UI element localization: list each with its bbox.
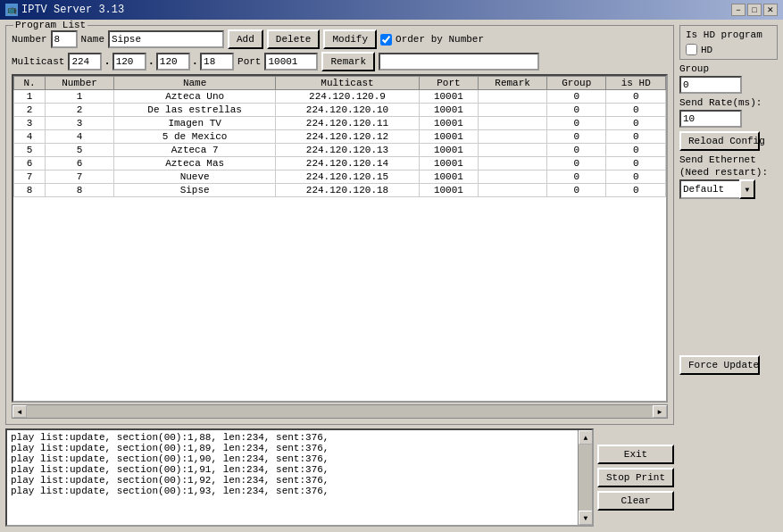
cell-n: 3: [14, 117, 46, 130]
cell-number: 8: [46, 184, 114, 197]
cell-name: Nueve: [113, 170, 275, 184]
cell-remark: [479, 157, 547, 170]
send-ethernet-section: Send Ethernet (Need restart): Default ▼: [679, 154, 778, 199]
remark-input[interactable]: [379, 53, 539, 71]
group-section: Group: [679, 63, 778, 94]
port-input[interactable]: [264, 53, 318, 71]
cell-group: 0: [547, 117, 606, 130]
cell-group: 0: [547, 157, 606, 170]
table-row[interactable]: 22De las estrellas224.120.120.101000100: [14, 104, 666, 117]
log-line: play list:update, section(00):1,88, len:…: [11, 432, 588, 443]
col-number: Number: [46, 77, 114, 90]
send-rate-input[interactable]: [679, 110, 742, 128]
cell-name: Sipse: [113, 184, 275, 197]
col-ishd: is HD: [606, 77, 666, 90]
cell-number: 3: [46, 117, 114, 130]
add-button[interactable]: Add: [228, 29, 263, 49]
log-scroll-down[interactable]: ▼: [579, 511, 593, 525]
group-input[interactable]: [679, 76, 742, 94]
cell-port: 10001: [419, 144, 478, 157]
col-n: N.: [14, 77, 46, 90]
port-label: Port: [237, 56, 261, 67]
cell-n: 5: [14, 144, 46, 157]
cell-number: 7: [46, 170, 114, 184]
multicast-4[interactable]: [200, 53, 234, 71]
col-multicast: Multicast: [276, 77, 419, 90]
clear-button[interactable]: Clear: [597, 491, 674, 511]
title-bar: 📺 IPTV Server 3.13 − □ ✕: [0, 0, 783, 20]
minimize-button[interactable]: −: [731, 4, 746, 16]
log-scroll-up[interactable]: ▲: [579, 430, 593, 445]
app-title: IPTV Server 3.13: [21, 4, 124, 16]
send-rate-label: Send Rate(ms):: [679, 97, 778, 108]
cell-n: 1: [14, 90, 46, 104]
cell-remark: [479, 170, 547, 184]
app-icon: 📺: [5, 4, 18, 16]
cell-group: 0: [547, 90, 606, 104]
cell-group: 0: [547, 130, 606, 144]
cell-name: Imagen TV: [113, 117, 275, 130]
cell-n: 7: [14, 170, 46, 184]
col-group: Group: [547, 77, 606, 90]
cell-isHD: 0: [606, 104, 666, 117]
log-scrollbar[interactable]: ▲ ▼: [578, 430, 592, 525]
send-ethernet-label: Send Ethernet: [679, 154, 778, 165]
cell-multicast: 224.120.120.14: [276, 157, 419, 170]
multicast-label: Multicast: [12, 56, 64, 67]
cell-remark: [479, 144, 547, 157]
scroll-right-arrow[interactable]: ►: [653, 405, 667, 418]
multicast-1[interactable]: [68, 53, 102, 71]
multicast-3[interactable]: [156, 53, 190, 71]
log-line: play list:update, section(00):1,93, len:…: [11, 486, 588, 496]
cell-multicast: 224.120.120.10: [276, 104, 419, 117]
table-row[interactable]: 11Azteca Uno224.120.120.91000100: [14, 90, 666, 104]
stop-print-button[interactable]: Stop Print: [597, 468, 674, 487]
number-label: Number: [12, 34, 47, 45]
delete-button[interactable]: Delete: [267, 29, 321, 49]
table-row[interactable]: 55Azteca 7224.120.120.131000100: [14, 144, 666, 157]
hd-checkbox-label: HD: [686, 44, 771, 55]
reload-config-button[interactable]: Reload Config: [679, 131, 760, 151]
close-button[interactable]: ✕: [763, 4, 778, 16]
cell-remark: [479, 117, 547, 130]
is-hd-label: Is HD program: [686, 29, 771, 40]
multicast-group: . . .: [68, 53, 234, 71]
maximize-button[interactable]: □: [747, 4, 762, 16]
order-by-number-checkbox[interactable]: [380, 34, 392, 46]
multicast-2[interactable]: [112, 53, 146, 71]
dot-3: .: [192, 55, 198, 68]
hd-group: Is HD program HD: [679, 25, 778, 60]
log-line: play list:update, section(00):1,90, len:…: [11, 453, 588, 464]
hd-label: HD: [701, 45, 712, 55]
cell-port: 10001: [419, 184, 478, 197]
need-restart-label: (Need restart):: [679, 167, 778, 178]
table-row[interactable]: 88Sipse224.120.120.181000100: [14, 184, 666, 197]
cell-number: 1: [46, 90, 114, 104]
table-row[interactable]: 66Azteca Mas224.120.120.141000100: [14, 157, 666, 170]
number-input[interactable]: [51, 30, 78, 48]
log-scroll-track[interactable]: [579, 445, 592, 511]
log-line: play list:update, section(00):1,91, len:…: [11, 464, 588, 475]
name-input[interactable]: [108, 30, 224, 48]
modify-button[interactable]: Modify: [323, 29, 377, 49]
remark-button[interactable]: Remark: [321, 52, 375, 71]
cell-remark: [479, 184, 547, 197]
cell-multicast: 224.120.120.9: [276, 90, 419, 104]
cell-isHD: 0: [606, 144, 666, 157]
exit-button[interactable]: Exit: [597, 445, 674, 464]
scroll-track[interactable]: [27, 405, 653, 418]
force-update-button[interactable]: Force Update: [679, 355, 760, 375]
table-row[interactable]: 33Imagen TV224.120.120.111000100: [14, 117, 666, 130]
cell-number: 2: [46, 104, 114, 117]
hd-checkbox[interactable]: [686, 44, 697, 55]
horizontal-scrollbar[interactable]: ◄ ►: [12, 404, 668, 419]
group-label: Group: [679, 63, 778, 74]
scroll-left-arrow[interactable]: ◄: [12, 405, 27, 418]
ethernet-select[interactable]: Default: [679, 179, 755, 199]
table-row[interactable]: 77Nueve224.120.120.151000100: [14, 170, 666, 184]
table-row[interactable]: 445 de Mexico224.120.120.121000100: [14, 130, 666, 144]
program-table-container: N. Number Name Multicast Port Remark Gro…: [12, 74, 668, 403]
program-list-label: Program List: [13, 20, 87, 30]
cell-isHD: 0: [606, 117, 666, 130]
cell-port: 10001: [419, 130, 478, 144]
